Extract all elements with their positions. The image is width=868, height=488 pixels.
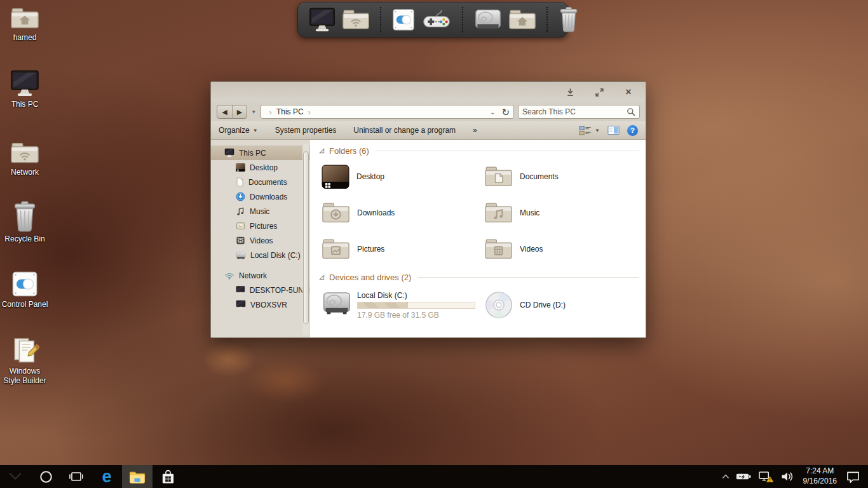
section-header-folders[interactable]: Folders (6) bbox=[319, 146, 639, 156]
hdd-icon bbox=[236, 251, 246, 260]
address-breadcrumb-bar[interactable]: › This PC › ⌄ ↻ bbox=[261, 105, 514, 119]
desktop-icon-network[interactable]: Network bbox=[0, 140, 50, 177]
sidebar-item-desktop-5unli[interactable]: DESKTOP-5UNLI bbox=[211, 283, 310, 297]
forward-button[interactable]: ▶ bbox=[232, 105, 247, 118]
window-titlebar[interactable]: × bbox=[211, 82, 646, 102]
sidebar-item-label: Videos bbox=[250, 236, 273, 245]
network-warning-icon bbox=[758, 471, 774, 483]
edge-icon: e bbox=[102, 468, 111, 485]
desktop-icon-windows-style-builder[interactable]: Windows Style Builder bbox=[0, 336, 50, 386]
chevron-down-icon: ▼ bbox=[253, 128, 258, 133]
folder-tile-documents[interactable]: Documents bbox=[484, 163, 646, 190]
dock-item-control-panel[interactable] bbox=[391, 8, 416, 32]
cortana-ring-icon bbox=[39, 470, 53, 484]
desktop-icon-recycle-bin[interactable]: Recycle Bin bbox=[0, 201, 50, 244]
top-dock bbox=[297, 2, 568, 37]
pictures-folder-icon bbox=[322, 237, 350, 261]
folder-tile-music[interactable]: Music bbox=[484, 200, 646, 226]
dock-separator bbox=[462, 7, 463, 32]
devices-grid: Local Disk (C:) 17.9 GB free of 31.5 GB … bbox=[319, 290, 639, 320]
sidebar-item-this-pc[interactable]: This PC bbox=[211, 146, 310, 160]
network-status[interactable] bbox=[755, 465, 777, 488]
folder-tile-downloads[interactable]: Downloads bbox=[322, 200, 484, 226]
picture-frame-icon bbox=[236, 221, 245, 231]
sidebar-item-music[interactable]: Music bbox=[211, 204, 310, 219]
preview-pane-button[interactable] bbox=[607, 125, 620, 135]
section-header-devices[interactable]: Devices and drives (2) bbox=[319, 273, 639, 282]
sidebar-scrollbar[interactable] bbox=[302, 144, 309, 336]
tile-label: Documents bbox=[520, 172, 559, 181]
sidebar-item-network[interactable]: Network bbox=[211, 268, 310, 283]
store-button[interactable] bbox=[153, 465, 183, 488]
file-explorer-icon bbox=[129, 470, 146, 484]
cortana-button[interactable] bbox=[31, 465, 61, 488]
dock-item-network[interactable] bbox=[342, 8, 370, 32]
system-properties-button[interactable]: System properties bbox=[275, 126, 337, 135]
views-icon bbox=[579, 125, 592, 136]
close-button[interactable]: × bbox=[619, 85, 638, 99]
folder-tile-pictures[interactable]: Pictures bbox=[322, 236, 484, 262]
battery-status[interactable] bbox=[733, 465, 755, 488]
file-explorer-button[interactable] bbox=[122, 465, 153, 488]
refresh-icon[interactable]: ↻ bbox=[501, 107, 510, 117]
hidden-icons-button[interactable] bbox=[719, 465, 733, 488]
preview-pane-icon bbox=[607, 125, 620, 135]
drive-tile-cd[interactable]: CD Drive (D:) bbox=[484, 290, 646, 320]
control-panel-toggle-icon bbox=[391, 8, 416, 32]
volume-button[interactable] bbox=[777, 465, 797, 488]
desktop-icon-this-pc[interactable]: This PC bbox=[0, 69, 50, 109]
dock-item-drives[interactable] bbox=[473, 7, 503, 32]
address-dropdown-icon[interactable]: ⌄ bbox=[490, 109, 495, 116]
monitor-icon bbox=[236, 300, 246, 309]
views-button[interactable]: ▼ bbox=[579, 125, 600, 136]
edge-button[interactable]: e bbox=[92, 465, 122, 488]
search-icon[interactable] bbox=[627, 107, 635, 116]
tile-label: Music bbox=[520, 208, 539, 217]
action-center-button[interactable] bbox=[843, 465, 868, 488]
maximize-button[interactable] bbox=[590, 85, 609, 99]
explorer-window: × ◀ ▶ ▾ › This PC › ⌄ ↻ Organize ▼ Syste… bbox=[210, 81, 646, 338]
views-dropdown-icon[interactable]: ▼ bbox=[595, 128, 600, 133]
sidebar-item-downloads[interactable]: Downloads bbox=[211, 189, 310, 204]
sidebar-item-label: Pictures bbox=[250, 222, 277, 231]
desktop-icon-control-panel[interactable]: Control Panel bbox=[0, 270, 50, 309]
sidebar-item-documents[interactable]: Documents bbox=[211, 175, 310, 189]
collapse-triangle-icon[interactable] bbox=[319, 148, 325, 154]
videos-folder-icon bbox=[484, 237, 513, 261]
sidebar-item-pictures[interactable]: Pictures bbox=[211, 219, 310, 233]
sidebar-item-local-disk[interactable]: Local Disk (C:) bbox=[211, 248, 310, 262]
start-button[interactable] bbox=[0, 465, 31, 488]
breadcrumb-chevron-icon[interactable]: › bbox=[308, 107, 311, 117]
search-input[interactable] bbox=[522, 107, 627, 116]
folder-tile-videos[interactable]: Videos bbox=[484, 236, 646, 262]
dock-item-this-pc[interactable] bbox=[308, 6, 336, 33]
sidebar-item-vboxsvr[interactable]: VBOXSVR bbox=[211, 297, 310, 312]
back-button[interactable]: ◀ bbox=[217, 105, 232, 118]
dock-item-home[interactable] bbox=[508, 8, 536, 32]
search-box[interactable] bbox=[518, 105, 640, 119]
more-commands-button[interactable]: » bbox=[473, 126, 477, 135]
desktop-icon-hamed[interactable]: hamed bbox=[0, 6, 50, 43]
maximize-icon bbox=[595, 88, 604, 97]
desktop-icon-label: Network bbox=[11, 168, 39, 177]
folder-tile-desktop[interactable]: Desktop bbox=[322, 163, 484, 190]
sidebar-item-desktop[interactable]: Desktop bbox=[211, 160, 310, 175]
collapse-triangle-icon[interactable] bbox=[319, 274, 325, 280]
minimize-button[interactable] bbox=[560, 85, 580, 99]
sidebar-item-videos[interactable]: Videos bbox=[211, 233, 310, 248]
recent-locations-dropdown[interactable]: ▾ bbox=[252, 109, 255, 115]
taskbar-clock[interactable]: 7:24 AM 9/16/2016 bbox=[803, 466, 837, 486]
scrollbar-thumb[interactable] bbox=[303, 151, 309, 324]
desktop-icon-label: hamed bbox=[13, 33, 37, 43]
items-view: Folders (6) Desktop Documents Downloads bbox=[310, 140, 646, 337]
uninstall-program-button[interactable]: Uninstall or change a program bbox=[353, 126, 456, 135]
task-view-button[interactable] bbox=[61, 465, 92, 488]
dock-item-trash[interactable] bbox=[558, 6, 580, 33]
organize-menu-button[interactable]: Organize ▼ bbox=[219, 126, 258, 135]
desktop-thumb-icon bbox=[236, 163, 245, 172]
help-button[interactable]: ? bbox=[627, 125, 638, 136]
section-divider bbox=[376, 151, 639, 151]
drive-tile-local-disk[interactable]: Local Disk (C:) 17.9 GB free of 31.5 GB bbox=[322, 290, 484, 320]
dock-item-games[interactable] bbox=[421, 8, 452, 31]
breadcrumb-location[interactable]: This PC bbox=[276, 107, 304, 116]
